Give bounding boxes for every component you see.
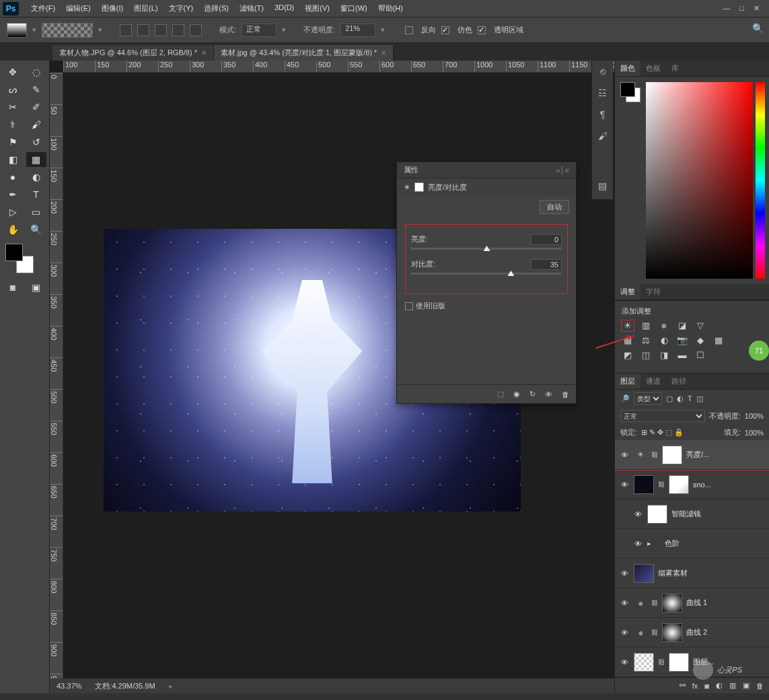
filter-pixel-icon[interactable]: ▢: [666, 394, 673, 403]
visibility-icon[interactable]: 👁: [632, 540, 643, 548]
clone-stamp-icon[interactable]: ⚑: [3, 135, 23, 149]
window-controls[interactable]: —□✕: [723, 4, 766, 13]
curves-icon[interactable]: ⎈: [658, 320, 670, 331]
color-swatches[interactable]: [5, 244, 39, 273]
layer-row[interactable]: 👁⎈⛓曲线 2: [615, 618, 769, 648]
delete-icon[interactable]: 🗑: [562, 390, 569, 398]
visibility-icon[interactable]: 👁: [545, 390, 552, 398]
visibility-icon[interactable]: 👁: [619, 599, 630, 607]
layers-footer[interactable]: ⚯fx◙◐▥▣🗑: [615, 677, 769, 693]
filter-adj-icon[interactable]: ◐: [677, 394, 684, 403]
lasso-tool-icon[interactable]: ᔕ: [3, 82, 23, 97]
brightness-value[interactable]: 0: [531, 234, 562, 245]
dither-checkbox[interactable]: [441, 26, 449, 34]
marquee-tool-icon[interactable]: ◌: [26, 65, 46, 79]
vibrance-icon[interactable]: ▽: [694, 320, 706, 331]
layer-row[interactable]: 👁▸色阶: [615, 529, 769, 559]
bw-icon[interactable]: ◐: [658, 335, 670, 346]
posterize-icon[interactable]: ◫: [640, 350, 652, 361]
radial-gradient-icon[interactable]: [137, 24, 149, 36]
blend-mode-select[interactable]: 正常: [620, 410, 705, 422]
eraser-tool-icon[interactable]: ◧: [3, 152, 23, 167]
hue-slider[interactable]: [756, 82, 765, 279]
legacy-checkbox[interactable]: [405, 302, 413, 310]
contrast-slider[interactable]: [411, 273, 562, 275]
layer-row[interactable]: 👁智能滤镜: [615, 499, 769, 529]
diamond-gradient-icon[interactable]: [190, 24, 202, 36]
menu-item[interactable]: 选择(S): [198, 3, 234, 13]
shape-tool-icon[interactable]: ▭: [26, 205, 46, 219]
visibility-icon[interactable]: 👁: [619, 569, 630, 578]
visibility-icon[interactable]: 👁: [632, 510, 643, 518]
angle-gradient-icon[interactable]: [155, 24, 167, 36]
close-icon[interactable]: ✕: [381, 49, 386, 57]
layer-row[interactable]: 👁⎈⛓曲线 1: [615, 588, 769, 618]
type-tool-icon[interactable]: T: [26, 187, 46, 202]
hand-tool-icon[interactable]: ✋: [3, 222, 23, 237]
healing-brush-icon[interactable]: ⚕: [3, 117, 23, 132]
menu-item[interactable]: 图层(L): [129, 3, 163, 13]
invert-icon[interactable]: ◩: [622, 350, 634, 361]
channel-mixer-icon[interactable]: ◆: [694, 335, 706, 346]
threshold-icon[interactable]: ◨: [658, 350, 670, 361]
menu-item[interactable]: 文字(Y): [163, 3, 199, 13]
filter-type-select[interactable]: 类型: [634, 392, 662, 405]
layer-row[interactable]: 👁☀⛓亮度/...: [615, 440, 769, 470]
color-picker[interactable]: [646, 82, 753, 279]
layer-row[interactable]: 👁烟雾素材: [615, 559, 769, 588]
filter-type-icon[interactable]: T: [688, 394, 692, 403]
adjustments-tabs[interactable]: 调整字符: [615, 284, 769, 300]
zoom-tool-icon[interactable]: 🔍: [26, 222, 46, 237]
menu-item[interactable]: 帮助(H): [373, 3, 408, 13]
document-tab[interactable]: 素材人物.JPG @ 44.6% (图层 2, RGB/8) *✕: [52, 45, 214, 61]
filter-shape-icon[interactable]: ◫: [696, 394, 703, 403]
menu-item[interactable]: 窗口(W): [335, 3, 373, 13]
clip-icon[interactable]: ⬚: [497, 390, 504, 398]
layers-tabs[interactable]: 图层通道路径: [615, 374, 769, 390]
reset-icon[interactable]: ↻: [529, 390, 536, 398]
levels-icon[interactable]: ▥: [640, 320, 652, 331]
color-panel[interactable]: [615, 77, 769, 284]
opacity-select[interactable]: 21%: [340, 24, 375, 37]
brush-tool-icon[interactable]: 🖌: [26, 117, 46, 132]
brightness-slider[interactable]: [411, 248, 562, 250]
quick-select-icon[interactable]: ✎: [26, 82, 46, 97]
pen-tool-icon[interactable]: ✒: [3, 187, 23, 202]
gradient-tool-icon[interactable]: ▦: [26, 152, 46, 167]
visibility-icon[interactable]: 👁: [619, 481, 630, 489]
move-tool-icon[interactable]: ✥: [3, 65, 23, 79]
menu-item[interactable]: 3D(D): [269, 3, 299, 13]
auto-button[interactable]: 自动: [540, 200, 569, 214]
path-select-icon[interactable]: ▷: [3, 205, 23, 219]
transparency-checkbox[interactable]: [478, 26, 486, 34]
crop-tool-icon[interactable]: ✂: [3, 100, 23, 114]
blend-mode-select[interactable]: 正常: [242, 24, 277, 37]
quick-mask-icon[interactable]: ◙: [3, 280, 23, 295]
canvas[interactable]: 1001502002503003504004505005506006507001…: [50, 61, 614, 693]
reverse-checkbox[interactable]: [405, 26, 413, 34]
gradient-tool-swatch[interactable]: [7, 23, 27, 38]
menu-item[interactable]: 文件(F): [26, 3, 61, 13]
reflected-gradient-icon[interactable]: [172, 24, 184, 36]
exposure-icon[interactable]: ◪: [676, 320, 688, 331]
close-icon[interactable]: ✕: [201, 49, 207, 57]
document-tab[interactable]: 素材.jpg @ 43.4% (亮度/对比度 1, 图层蒙版/8) *✕: [214, 45, 394, 61]
layer-row[interactable]: 👁⛓sno...: [615, 470, 769, 499]
gradient-map-icon[interactable]: ▬: [676, 350, 688, 361]
blur-tool-icon[interactable]: ●: [3, 170, 23, 184]
menu-item[interactable]: 滤镜(T): [234, 3, 269, 13]
color-panel-tabs[interactable]: 颜色色板库: [615, 61, 769, 77]
photo-filter-icon[interactable]: 📷: [676, 335, 688, 346]
collapsed-panels[interactable]: ⎋☷¶🖌▤: [591, 61, 613, 199]
selective-color-icon[interactable]: ☐: [694, 350, 706, 361]
view-previous-icon[interactable]: ◉: [513, 390, 520, 398]
menu-item[interactable]: 视图(V): [299, 3, 335, 13]
linear-gradient-icon[interactable]: [120, 24, 132, 36]
visibility-icon[interactable]: 👁: [619, 658, 630, 666]
color-lookup-icon[interactable]: ▦: [712, 335, 725, 346]
history-brush-icon[interactable]: ↺: [26, 135, 46, 149]
layer-row[interactable]: 👁⛓图层...: [615, 648, 769, 677]
color-balance-icon[interactable]: ⚖: [640, 335, 652, 346]
eyedropper-icon[interactable]: ✐: [26, 100, 46, 114]
visibility-icon[interactable]: 👁: [619, 629, 630, 637]
